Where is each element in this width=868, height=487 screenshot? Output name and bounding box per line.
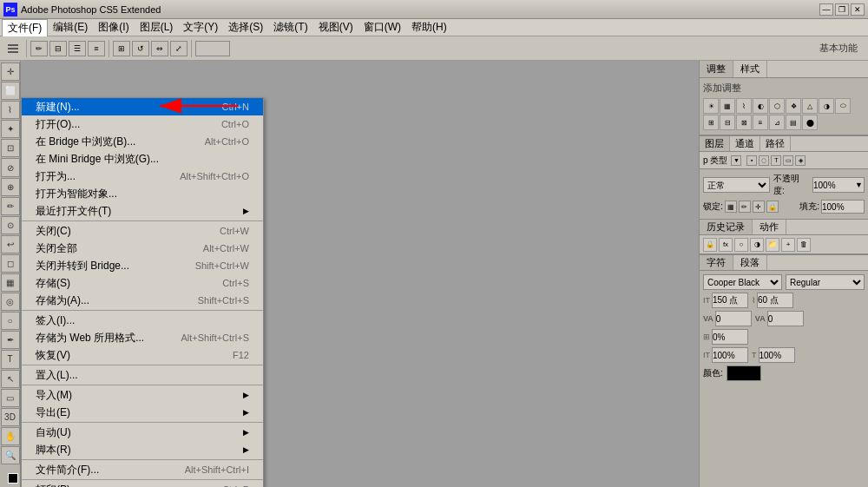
brush-tool[interactable]: ✏ — [1, 197, 20, 215]
menu-close-all[interactable]: 关闭全部 Alt+Ctrl+W — [22, 240, 263, 257]
toolbar-wide-btn[interactable] — [195, 41, 230, 56]
leading-input[interactable] — [757, 293, 793, 308]
invert-icon[interactable]: ⊠ — [736, 115, 752, 130]
menu-scripts[interactable]: 脚本(R) ▶ — [22, 441, 263, 458]
shape-tool[interactable]: ▭ — [1, 389, 20, 407]
gradient-map-icon[interactable]: ▤ — [786, 115, 801, 130]
scale-v-input[interactable] — [712, 347, 748, 363]
layer-smart-icon[interactable]: ◈ — [795, 155, 806, 166]
clone-tool[interactable]: ⊙ — [1, 216, 20, 234]
layer-adjust-icon[interactable]: ◌ — [759, 155, 769, 166]
menu-save-web[interactable]: 存储为 Web 所用格式... Alt+Shift+Ctrl+S — [22, 329, 263, 346]
color-lookup-icon[interactable]: ⊟ — [720, 115, 735, 130]
vibrance-icon[interactable]: ⬡ — [769, 98, 785, 114]
lock-transparent-icon[interactable]: ▦ — [725, 201, 737, 213]
menu-revert[interactable]: 恢复(V) F12 — [22, 346, 263, 364]
tab-history[interactable]: 历史记录 — [700, 220, 753, 234]
brush-tool-icon[interactable]: ✏ — [30, 41, 48, 56]
align-center-icon[interactable]: ☰ — [69, 41, 86, 56]
crop-tool[interactable]: ⊡ — [1, 139, 20, 157]
font-name-select[interactable]: Cooper Black — [703, 274, 782, 290]
scale-h-input[interactable] — [712, 329, 748, 345]
menu-open-smart[interactable]: 打开为智能对象... — [22, 185, 263, 202]
tab-adjustments[interactable]: 调整 — [700, 61, 733, 77]
menu-recent[interactable]: 最近打开文件(T) ▶ — [22, 202, 263, 220]
layer-text-icon[interactable]: T — [771, 155, 781, 166]
menu-browse-bridge[interactable]: 在 Bridge 中浏览(B)... Alt+Ctrl+O — [22, 133, 263, 150]
panel-lock-icon[interactable]: 🔒 — [703, 238, 717, 252]
photo-filter-icon[interactable]: ⬭ — [835, 98, 851, 114]
panel-folder-icon[interactable]: 📁 — [766, 238, 779, 252]
lasso-tool[interactable]: ⌇ — [1, 101, 20, 119]
tab-actions[interactable]: 动作 — [753, 220, 786, 234]
restore-button[interactable]: ❐ — [835, 3, 849, 16]
exposure-icon[interactable]: ◐ — [753, 98, 768, 114]
menu-mini-bridge[interactable]: 在 Mini Bridge 中浏览(G)... — [22, 150, 263, 168]
menu-edit[interactable]: 编辑(E) — [48, 19, 93, 36]
gradient-tool[interactable]: ▦ — [1, 273, 20, 292]
path-select-tool[interactable]: ↖ — [1, 370, 20, 388]
tab-channels[interactable]: 通道 — [730, 136, 760, 151]
menu-open-as[interactable]: 打开为... Alt+Shift+Ctrl+O — [22, 168, 263, 185]
menu-select[interactable]: 选择(S) — [223, 19, 268, 36]
panel-fx-icon[interactable]: fx — [719, 238, 733, 252]
tab-paragraph[interactable]: 段落 — [733, 255, 767, 270]
tab-paths[interactable]: 路径 — [760, 136, 791, 151]
menu-help[interactable]: 帮助(H) — [406, 19, 452, 36]
eyedropper-tool[interactable]: ⊘ — [1, 158, 20, 176]
marquee-tool[interactable]: ⬜ — [1, 82, 20, 100]
kerning-input[interactable] — [715, 311, 752, 326]
layer-type-arrow[interactable]: ▼ — [731, 155, 741, 166]
font-size-input[interactable] — [712, 293, 748, 308]
lock-all-icon[interactable]: 🔒 — [766, 201, 779, 213]
eraser-tool[interactable]: ◻ — [1, 254, 20, 273]
fill-input[interactable] — [821, 200, 865, 214]
blur-tool[interactable]: ◎ — [1, 293, 20, 311]
menu-new[interactable]: 新建(N)... Ctrl+N — [22, 98, 263, 115]
color-swatch[interactable] — [727, 365, 761, 381]
layer-shape-icon[interactable]: ▭ — [783, 155, 793, 166]
align-right-icon[interactable]: ≡ — [88, 41, 105, 56]
flip-icon[interactable]: ⇔ — [151, 41, 168, 56]
menu-layer[interactable]: 图层(L) — [135, 19, 179, 36]
blend-mode-select[interactable]: 正常 — [703, 177, 770, 193]
tracking-input[interactable] — [767, 311, 804, 326]
healing-tool[interactable]: ⊕ — [1, 178, 20, 196]
menu-save-as[interactable]: 存储为(A)... Shift+Ctrl+S — [22, 292, 263, 309]
curves-icon[interactable]: ⌇ — [736, 98, 752, 114]
menu-view[interactable]: 视图(V) — [313, 19, 358, 36]
scale-icon[interactable]: ⤢ — [170, 41, 187, 56]
tab-character[interactable]: 字符 — [700, 255, 733, 270]
menu-text[interactable]: 文字(Y) — [178, 19, 223, 36]
menu-window[interactable]: 窗口(W) — [358, 19, 406, 36]
posterize-icon[interactable]: ≡ — [753, 115, 768, 130]
menu-close[interactable]: 关闭(C) Ctrl+W — [22, 222, 263, 240]
font-style-select[interactable]: Regular — [786, 274, 865, 290]
magic-wand-tool[interactable]: ✦ — [1, 120, 20, 138]
3d-tool[interactable]: 3D — [1, 408, 20, 426]
menu-open[interactable]: 打开(O)... Ctrl+O — [22, 115, 263, 133]
menu-checkin[interactable]: 签入(I)... — [22, 312, 263, 329]
minimize-button[interactable]: — — [819, 3, 833, 16]
menu-image[interactable]: 图像(I) — [93, 19, 134, 36]
transform-icon[interactable]: ⊞ — [113, 41, 130, 56]
menu-file-info[interactable]: 文件简介(F)... Alt+Shift+Ctrl+I — [22, 461, 263, 478]
opacity-dropdown-arrow[interactable]: ▼ — [855, 181, 863, 189]
levels-icon[interactable]: ▦ — [720, 98, 735, 114]
menu-export[interactable]: 导出(E) ▶ — [22, 404, 263, 421]
align-left-icon[interactable]: ⊟ — [49, 41, 67, 56]
menu-file[interactable]: 文件(F) — [2, 19, 48, 36]
menu-automate[interactable]: 自动(U) ▶ — [22, 424, 263, 441]
history-brush-tool[interactable]: ↩ — [1, 235, 20, 253]
menu-import[interactable]: 导入(M) ▶ — [22, 386, 263, 404]
menu-print[interactable]: 打印(P)... Ctrl+P — [22, 481, 263, 487]
zoom-tool[interactable]: 🔍 — [1, 446, 20, 464]
scale-t-input[interactable] — [759, 347, 795, 363]
tab-layers[interactable]: 图层 — [700, 136, 730, 151]
close-button[interactable]: ✕ — [851, 3, 865, 16]
text-tool[interactable]: T — [1, 350, 20, 368]
rotate-icon[interactable]: ↺ — [132, 41, 149, 56]
panel-delete-icon[interactable]: 🗑 — [797, 238, 811, 252]
menu-close-bridge[interactable]: 关闭并转到 Bridge... Shift+Ctrl+W — [22, 257, 263, 274]
menu-save[interactable]: 存储(S) Ctrl+S — [22, 274, 263, 292]
